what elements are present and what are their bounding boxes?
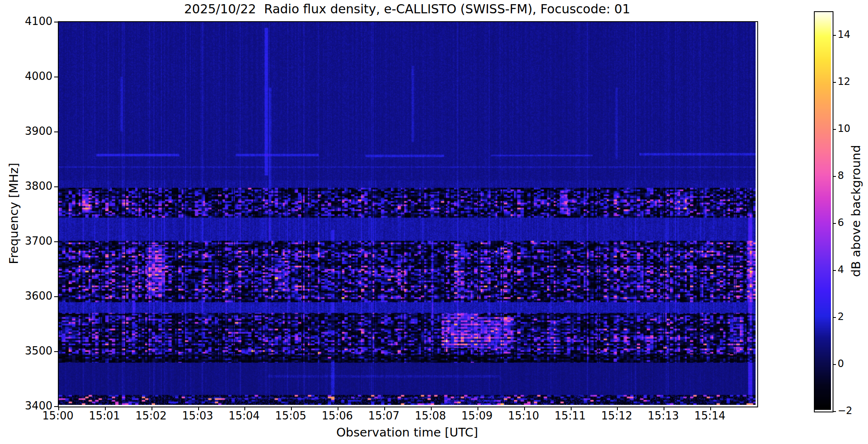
y-tick-label: 3900 [0, 125, 52, 137]
colorbar-tick-label: −2 [838, 405, 867, 417]
colorbar-tick-mark [833, 317, 836, 318]
colorbar-tick-label: 12 [838, 76, 867, 87]
x-tick-label: 15:12 [589, 409, 644, 422]
y-tick-label: 3500 [0, 345, 52, 357]
colorbar-canvas [815, 12, 831, 410]
colorbar-label: dB above background [849, 145, 863, 277]
x-axis-label: Observation time [UTC] [58, 425, 756, 439]
x-tick-label: 15:07 [357, 409, 411, 422]
x-tick-label: 15:09 [450, 409, 504, 422]
x-tick-label: 15:08 [403, 409, 458, 422]
x-tick-label: 15:03 [171, 409, 225, 422]
y-tick-mark [54, 351, 58, 352]
y-tick-label: 3700 [0, 235, 52, 247]
y-tick-label: 3800 [0, 180, 52, 192]
y-axis-label: Frequency [MHz] [7, 163, 21, 264]
colorbar-tick-mark [833, 270, 836, 271]
colorbar-tick-label: 2 [838, 311, 867, 322]
colorbar-tick-mark [833, 411, 836, 412]
y-tick-mark [54, 186, 58, 187]
x-tick-label: 15:01 [77, 409, 132, 422]
colorbar-tick-mark [833, 223, 836, 224]
y-tick-label: 4100 [0, 15, 52, 27]
y-tick-mark [54, 241, 58, 242]
colorbar-tick-label: 0 [838, 358, 867, 370]
chart-title: 2025/10/22 Radio flux density, e-CALLIST… [58, 2, 756, 16]
y-tick-label: 4000 [0, 70, 52, 82]
colorbar-tick-mark [833, 82, 836, 83]
colorbar-tick-label: 10 [838, 123, 867, 134]
figure: 2025/10/22 Radio flux density, e-CALLIST… [0, 0, 868, 444]
spectrogram-canvas [59, 22, 756, 405]
colorbar [814, 11, 833, 412]
colorbar-tick-mark [833, 35, 836, 36]
colorbar-tick-label: 14 [838, 29, 867, 40]
x-tick-label: 15:04 [217, 409, 271, 422]
x-tick-label: 15:06 [310, 409, 364, 422]
plot-area [58, 21, 758, 407]
y-tick-mark [54, 296, 58, 297]
x-tick-label: 15:13 [636, 409, 690, 422]
x-tick-label: 15:05 [264, 409, 318, 422]
y-tick-mark [54, 22, 58, 22]
x-tick-label: 15:11 [543, 409, 597, 422]
x-tick-label: 15:00 [31, 409, 85, 422]
x-tick-label: 15:10 [497, 409, 551, 422]
y-tick-mark [54, 406, 58, 407]
y-tick-mark [54, 77, 58, 77]
colorbar-tick-mark [833, 129, 836, 130]
x-tick-label: 15:02 [124, 409, 178, 422]
colorbar-tick-mark [833, 176, 836, 177]
y-tick-label: 3600 [0, 290, 52, 302]
colorbar-tick-mark [833, 364, 836, 365]
y-tick-mark [54, 131, 58, 132]
x-tick-label: 15:14 [683, 409, 737, 422]
